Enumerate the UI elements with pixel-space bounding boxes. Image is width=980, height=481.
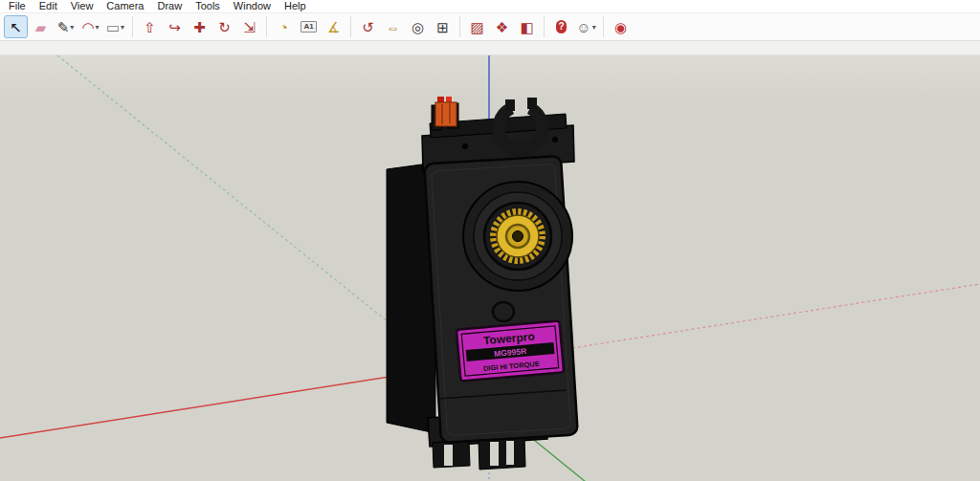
toolbar-separator: [544, 16, 545, 37]
rectangle-tool-button[interactable]: ▭▾: [103, 15, 127, 38]
zoom-extents-tool-button[interactable]: ⊞: [431, 15, 455, 38]
protractor-tool-button[interactable]: ∡: [322, 15, 345, 38]
foot-slot: [490, 442, 499, 466]
followme-tool-icon: ↪: [168, 20, 181, 34]
toolbar-substrip: [0, 41, 980, 55]
dimension-tool-icon: A1: [301, 21, 316, 33]
sketchup-window: FileEditViewCameraDrawToolsWindowHelp ↖▰…: [0, 0, 980, 481]
servo-output-boss: [463, 182, 572, 291]
select-tool-icon: ↖: [10, 20, 22, 34]
move-tool-button[interactable]: ✚: [188, 15, 212, 38]
menu-view[interactable]: View: [64, 0, 100, 12]
avatar-menu-button[interactable]: ☺▾: [574, 15, 598, 38]
warehouse-tool-icon: ?: [556, 20, 567, 33]
scale-tool-button[interactable]: ⇲: [237, 15, 261, 38]
menu-window[interactable]: Window: [227, 0, 278, 12]
pushpull-tool-button[interactable]: ⇧: [138, 15, 162, 38]
zoom-extents-tool-icon: ⊞: [436, 20, 449, 34]
move-tool-icon: ✚: [193, 20, 206, 34]
screw-boss: [493, 302, 514, 321]
arc-tool-button[interactable]: ◠▾: [78, 15, 102, 38]
pan-tool-icon: ⇔: [386, 20, 400, 34]
wire-connector: [435, 102, 457, 126]
components-tool-button[interactable]: ❖: [490, 15, 514, 38]
tape-measure-tool-button[interactable]: ◔: [272, 15, 296, 38]
menu-help[interactable]: Help: [278, 0, 313, 12]
extensions-tool-icon: ◉: [614, 20, 627, 34]
c-clamp-tip: [527, 98, 537, 109]
extensions-tool-button[interactable]: ◉: [609, 15, 633, 38]
rotate-tool-button[interactable]: ↻: [212, 15, 236, 38]
zoom-tool-button[interactable]: ◎: [406, 15, 430, 38]
foot-slot: [506, 441, 514, 465]
dropdown-caret-icon[interactable]: ▾: [592, 23, 596, 32]
servo-model[interactable]: Towerpro MG995R DIGI HI TORQUE: [387, 97, 578, 470]
toolbar-separator: [132, 16, 133, 37]
styles-tool-icon: ◧: [520, 20, 533, 34]
gear-center-hole: [513, 231, 523, 242]
menu-camera[interactable]: Camera: [100, 0, 150, 12]
rotate-tool-icon: ↻: [218, 20, 231, 34]
menu-file[interactable]: File: [2, 0, 33, 12]
dropdown-caret-icon[interactable]: ▾: [70, 23, 74, 32]
menu-bar: FileEditViewCameraDrawToolsWindowHelp: [0, 0, 980, 13]
menu-tools[interactable]: Tools: [189, 0, 227, 12]
pushpull-tool-icon: ⇧: [144, 20, 156, 34]
servo-label: Towerpro MG995R DIGI HI TORQUE: [457, 320, 564, 381]
toolbar-separator: [266, 16, 267, 37]
flange-screw-hole: [462, 143, 468, 149]
followme-tool-button[interactable]: ↪: [163, 15, 187, 38]
avatar-menu-icon: ☺: [576, 20, 590, 34]
dimension-tool-button[interactable]: A1: [297, 15, 321, 38]
toolbar: ↖▰✎▾◠▾▭▾⇧↪✚↻⇲◔A1∡↺⇔◎⊞▨❖◧?☺▾◉: [0, 13, 980, 41]
orbit-tool-icon: ↺: [362, 20, 374, 34]
foot-slot: [444, 445, 453, 466]
eraser-tool-button[interactable]: ▰: [29, 15, 53, 38]
menu-draw[interactable]: Draw: [150, 0, 189, 12]
eraser-tool-icon: ▰: [35, 20, 47, 34]
dropdown-caret-icon[interactable]: ▾: [96, 23, 100, 32]
styles-tool-button[interactable]: ◧: [515, 15, 539, 38]
paint-bucket-tool-icon: ▨: [470, 20, 483, 34]
c-clamp-tip: [505, 99, 515, 111]
pan-tool-button[interactable]: ⇔: [381, 15, 405, 38]
viewport-canvas: Towerpro MG995R DIGI HI TORQUE: [0, 55, 980, 481]
zoom-tool-icon: ◎: [412, 20, 424, 34]
warehouse-tool-button[interactable]: ?: [549, 15, 573, 38]
rectangle-tool-icon: ▭: [106, 20, 120, 34]
dropdown-caret-icon[interactable]: ▾: [121, 23, 124, 32]
components-tool-icon: ❖: [496, 20, 508, 34]
line-tool-icon: ✎: [57, 20, 70, 34]
toolbar-separator: [350, 16, 351, 37]
paint-bucket-tool-button[interactable]: ▨: [465, 15, 489, 38]
arc-tool-icon: ◠: [81, 20, 94, 34]
select-tool-button[interactable]: ↖: [4, 15, 28, 38]
toolbar-separator: [603, 16, 604, 37]
toolbar-separator: [459, 16, 460, 37]
flange-screw-hole: [552, 137, 558, 142]
line-tool-button[interactable]: ✎▾: [54, 15, 78, 38]
tape-measure-tool-icon: ◔: [279, 20, 288, 34]
protractor-tool-icon: ∡: [327, 20, 340, 34]
menu-edit[interactable]: Edit: [33, 0, 64, 12]
viewport-3d[interactable]: Towerpro MG995R DIGI HI TORQUE: [0, 55, 980, 481]
orbit-tool-button[interactable]: ↺: [356, 15, 380, 38]
scale-tool-icon: ⇲: [243, 20, 256, 34]
